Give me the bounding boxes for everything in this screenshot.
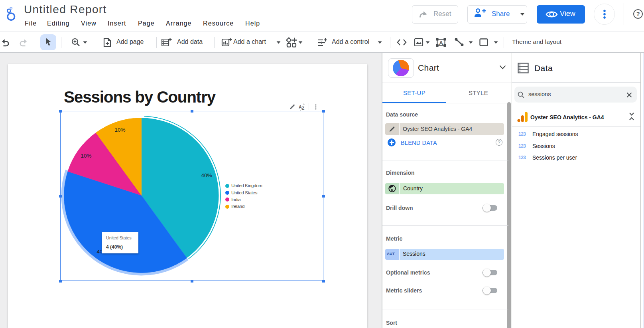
svg-text:Z: Z xyxy=(302,106,305,111)
svg-text:A: A xyxy=(439,40,443,46)
